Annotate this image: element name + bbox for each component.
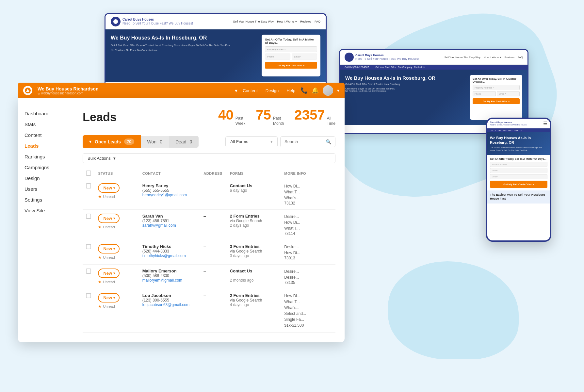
contact-name-3[interactable]: Mallory Emerson [142,269,197,273]
status-badge-4[interactable]: New ▾ [98,293,120,302]
site-dropdown-arrow[interactable]: ▾ [235,88,237,94]
notification-icon[interactable]: 🔔 [312,87,319,94]
mockup-front-hero: We Buy Houses As-Is In Roseburg, OR Get … [340,70,527,125]
contact-email-4[interactable]: loujacobson63@gmail.com [142,302,197,307]
contact-name-0[interactable]: Henry Earley [142,183,197,188]
contact-name-1[interactable]: Sarah Van [142,214,197,219]
form-entries-3[interactable]: Contact Us [230,269,278,273]
unread-label-2: ★ Unread [98,255,136,260]
sidebar-item-view-site[interactable]: View Site [24,205,67,216]
sidebar-item-design[interactable]: Design [24,173,67,184]
tab-open-leads[interactable]: ▾ Open Leads 70 [83,135,141,148]
address-value-0: – [203,183,206,188]
form-entries-4[interactable]: 2 Form Entries [230,293,278,298]
form-time-3: 2 months ago [230,278,278,283]
mockup-front-logo-text: Carrot Buys Houses Need To Sell Your Hou… [355,54,419,61]
tab-dead-label: Dead [175,139,186,144]
stat-past-month: 75 PastMonth [256,108,284,126]
address-cell-1: – [200,210,226,240]
form-entries-0[interactable]: Contact Us [230,183,278,188]
mockup-mobile-form: Get An Offer Today, Sell In A Matter Of … [487,155,550,190]
search-input[interactable] [284,139,324,144]
address-cell-4: – [200,289,226,333]
col-header-more-info: MORE INFO [281,168,335,179]
logo-icon [111,17,121,26]
status-cell-2: New ▾ ★ Unread [95,240,139,265]
tab-dead-count: 0 [189,139,192,144]
row-checkbox-4[interactable] [86,293,91,298]
form-entries-2[interactable]: 3 Form Entries [230,244,278,249]
tab-open-count: 70 [124,139,134,145]
more-info-zip-1: 73114 [284,231,332,236]
stats-row: 40 PastWeek 75 PastMonth 2357 AllTime [218,108,335,126]
contact-email-2[interactable]: timothyhicks@gmail.com [142,253,197,258]
svg-marker-0 [26,89,29,92]
status-arrow-2: ▾ [113,247,115,251]
user-avatar[interactable] [323,85,333,96]
search-icon[interactable]: 🔍 [326,139,331,144]
unread-label-3: ★ Unread [98,280,136,284]
sidebar-item-content[interactable]: Content [24,130,67,140]
star-icon-2: ★ [98,255,102,260]
sidebar-item-rankings[interactable]: Rankings [24,151,67,162]
sidebar-item-settings[interactable]: Settings [24,194,67,205]
mockup-back-hero-text: We Buy Houses As-Is In Roseburg, OR Get … [111,35,258,76]
status-badge-0[interactable]: New ▾ [98,183,120,193]
leads-table: STATUS CONTACT ADDRESS FORMS MORE INFO N… [83,168,335,333]
select-all-checkbox[interactable] [86,171,91,176]
row-checkbox-3[interactable] [86,269,91,274]
mockup-mobile-nav: Carrot Buys Houses Need To Sell Your Hou… [487,119,550,128]
unread-text-1: Unread [103,225,115,229]
address-value-3: – [203,269,206,273]
row-checkbox-2[interactable] [86,244,91,249]
tab-dead[interactable]: Dead 0 [169,136,199,148]
tab-won[interactable]: Won 0 [141,136,169,148]
more-info-2-2: How Di... [284,250,332,256]
more-info-extra3-4: $1k-$1,500 [284,322,332,328]
sidebar-item-dashboard[interactable]: Dashboard [24,108,67,119]
sidebar-item-stats[interactable]: Stats [24,119,67,130]
topbar-icons: 📞 🔔 ▾ [300,85,339,96]
mockup-back-nav-links: Sell Your House The Easy Way How It Work… [233,20,320,23]
contact-email-1[interactable]: sarahv@gmail.com [142,223,197,228]
contact-email-0[interactable]: henryearley1@gmail.com [142,193,197,197]
forms-select[interactable]: All Forms ▾ [225,136,278,147]
stat-past-week-label: PastWeek [235,116,245,126]
status-badge-2[interactable]: New ▾ [98,244,120,253]
bulk-actions-button[interactable]: Bulk Actions ▾ [83,153,335,163]
topbar-nav-content[interactable]: Content [243,88,258,93]
more-info-2-0: What T... [284,189,332,195]
contact-name-4[interactable]: Lou Jacobson [142,293,197,298]
more-info-1-1: Desire... [284,214,332,220]
main-panel: Dashboard Stats Content Leads Rankings C… [18,98,345,342]
status-badge-3[interactable]: New ▾ [98,269,120,278]
mockup-back-form: Get An Offer Today, Sell In A Matter Of … [262,35,320,76]
status-cell-1: New ▾ ★ Unread [95,210,139,240]
topbar-nav-help[interactable]: Help [286,88,295,93]
topbar-nav-design[interactable]: Design [266,88,279,93]
phone-icon[interactable]: 📞 [300,87,308,94]
status-badge-1[interactable]: New ▾ [98,214,120,223]
profile-dropdown-arrow[interactable]: ▾ [337,88,339,93]
form-entries-1[interactable]: 2 Form Entries [230,214,278,219]
sidebar-item-users[interactable]: Users [24,184,67,194]
contact-name-2[interactable]: Timothy Hicks [142,244,197,249]
unread-text-4: Unread [103,304,115,308]
stat-past-month-label: PastMonth [273,116,284,126]
contact-phone-1: (123) 456-7891 [142,219,197,223]
row-checkbox-0[interactable] [86,183,91,188]
row-checkbox-1[interactable] [86,214,91,219]
more-info-3-0: What's... [284,195,332,201]
unread-label-1: ★ Unread [98,225,136,229]
form-time-0: a day ago [230,188,278,193]
sidebar-item-campaigns[interactable]: Campaigns [24,162,67,173]
contact-email-3[interactable]: malloryem@gmail.com [142,278,197,283]
table-row: New ▾ ★ Unread Mallory Emerson (500) 588… [83,265,335,289]
mockup-mobile-callbar: Call Us · Get Cash Offer · Contact Us [487,128,550,132]
bulk-actions-arrow: ▾ [113,156,116,161]
mockup-back-nav: Carrot Buys Houses Need To Sell Your Hou… [105,14,326,29]
more-info-cell-4: How Di... What T... What's... Select and… [281,289,335,333]
sidebar-item-leads[interactable]: Leads [24,140,67,151]
forms-cell-4: 2 Form Entries via Google Search 4 days … [227,289,281,333]
topbar-logo-icon [25,88,31,93]
